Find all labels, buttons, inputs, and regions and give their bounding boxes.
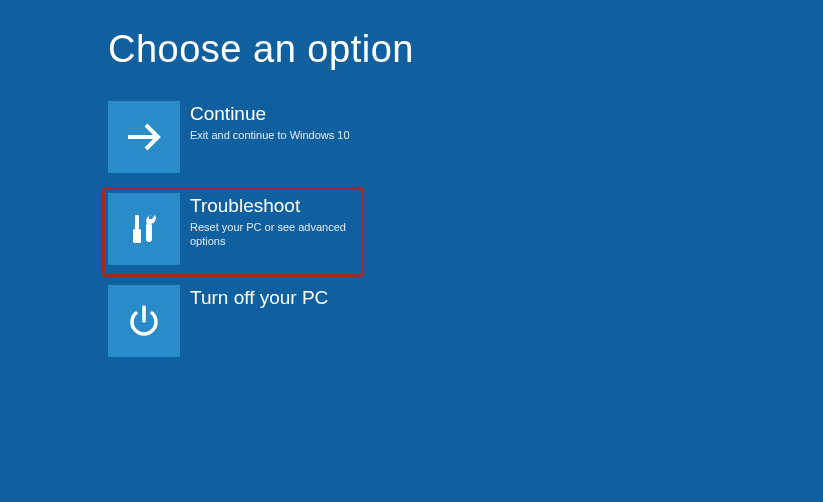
option-troubleshoot[interactable]: Troubleshoot Reset your PC or see advanc… xyxy=(108,193,368,265)
arrow-right-icon xyxy=(122,115,166,159)
option-title: Continue xyxy=(190,103,350,126)
option-continue[interactable]: Continue Exit and continue to Windows 10 xyxy=(108,101,368,173)
tools-icon xyxy=(122,207,166,251)
option-description: Reset your PC or see advanced options xyxy=(190,220,368,249)
options-list: Continue Exit and continue to Windows 10 xyxy=(0,71,823,357)
option-text: Turn off your PC xyxy=(180,285,328,312)
option-title: Turn off your PC xyxy=(190,287,328,310)
option-text: Continue Exit and continue to Windows 10 xyxy=(180,101,350,142)
option-description: Exit and continue to Windows 10 xyxy=(190,128,350,142)
svg-rect-1 xyxy=(135,215,139,229)
page-title: Choose an option xyxy=(0,0,823,71)
option-tile xyxy=(108,101,180,173)
option-tile xyxy=(108,193,180,265)
power-icon xyxy=(122,299,166,343)
option-text: Troubleshoot Reset your PC or see advanc… xyxy=(180,193,368,248)
option-title: Troubleshoot xyxy=(190,195,368,218)
option-tile xyxy=(108,285,180,357)
option-turn-off[interactable]: Turn off your PC xyxy=(108,285,368,357)
svg-rect-2 xyxy=(133,229,141,243)
